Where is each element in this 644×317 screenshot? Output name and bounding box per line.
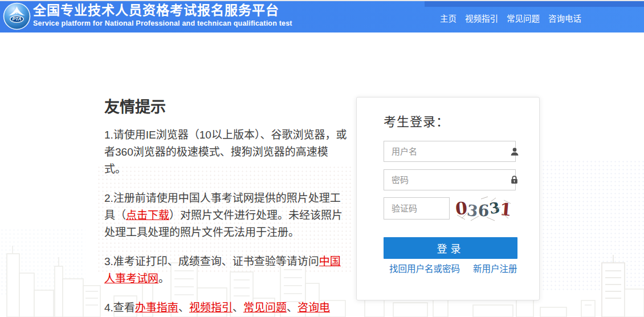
header-stripe-decoration: [425, 1, 644, 7]
notice-text: 、: [233, 302, 243, 314]
login-panel: 考生登录：: [356, 97, 540, 300]
notice-link[interactable]: 办事指南: [135, 302, 178, 314]
logo-text: PTA: [12, 16, 21, 22]
notice-text: 。: [158, 273, 169, 285]
login-title: 考生登录：: [384, 111, 449, 129]
username-input[interactable]: [384, 141, 510, 161]
captcha-digit: 3: [466, 202, 479, 218]
captcha-digit: 6: [478, 203, 489, 220]
site-title-block: 全国专业技术人员资格考试报名服务平台 Service platform for …: [33, 3, 292, 27]
register-link[interactable]: 新用户注册: [473, 262, 517, 274]
notice-section: 友情提示 1.请使用IE浏览器（10以上版本）、谷歌浏览器，或者360浏览器的极…: [104, 95, 349, 317]
notice-link[interactable]: 视频指引: [189, 302, 233, 314]
notice-paragraph-4: 4.查看办事指南、视频指引、常见问题、咨询电话。: [104, 299, 349, 317]
top-edge-line: [0, 0, 644, 1]
site-logo[interactable]: PTA: [3, 2, 31, 30]
notice-text: 1.请使用IE浏览器（10以上版本）、谷歌浏览器，或者360浏览器的极速模式、搜…: [104, 129, 347, 175]
user-icon: [510, 147, 520, 157]
nav-link[interactable]: 咨询电话: [548, 12, 581, 24]
notice-link[interactable]: 点击下载: [126, 209, 169, 221]
login-links: 找回用户名或密码 新用户注册: [389, 262, 517, 274]
site-subtitle: Service platform for National Profession…: [33, 19, 292, 27]
site-title: 全国专业技术人员资格考试报名服务平台: [33, 3, 292, 18]
notice-paragraph-3: 3.准考证打印、成绩查询、证书查验等请访问中国人事考试网。: [104, 253, 349, 287]
notice-link[interactable]: 常见问题: [243, 302, 287, 314]
password-field-wrap: [384, 169, 516, 190]
nav-link[interactable]: 主页: [440, 12, 456, 24]
captcha-field-wrap: [384, 197, 450, 220]
nav-link[interactable]: 视频指引: [465, 12, 498, 24]
notice-paragraph-1: 1.请使用IE浏览器（10以上版本）、谷歌浏览器，或者360浏览器的极速模式、搜…: [104, 127, 349, 178]
captcha-digit: 1: [499, 201, 512, 219]
notice-text: 3.准考证打印、成绩查询、证书查验等请访问: [104, 255, 319, 267]
header: PTA 全国专业技术人员资格考试报名服务平台 Service platform …: [0, 0, 644, 32]
login-button[interactable]: 登录: [384, 237, 517, 259]
captcha-image[interactable]: 03631: [454, 196, 513, 222]
page: PTA 全国专业技术人员资格考试报名服务平台 Service platform …: [0, 0, 644, 317]
notice-text: 、: [287, 302, 297, 314]
captcha-digits: 03631: [455, 200, 511, 217]
notice-title: 友情提示: [104, 95, 349, 117]
username-field-wrap: [384, 141, 516, 162]
header-nav: 主页视频指引常见问题咨询电话: [440, 12, 581, 24]
notice-text: 4.查看: [104, 302, 135, 314]
nav-link[interactable]: 常见问题: [507, 12, 540, 24]
lock-icon: [510, 175, 519, 185]
notice-paragraph-2: 2.注册前请使用中国人事考试网提供的照片处理工具（点击下载）对照片文件进行处理。…: [104, 190, 349, 241]
notice-text: 、: [178, 302, 189, 314]
forgot-password-link[interactable]: 找回用户名或密码: [389, 262, 460, 274]
password-input[interactable]: [384, 170, 510, 190]
